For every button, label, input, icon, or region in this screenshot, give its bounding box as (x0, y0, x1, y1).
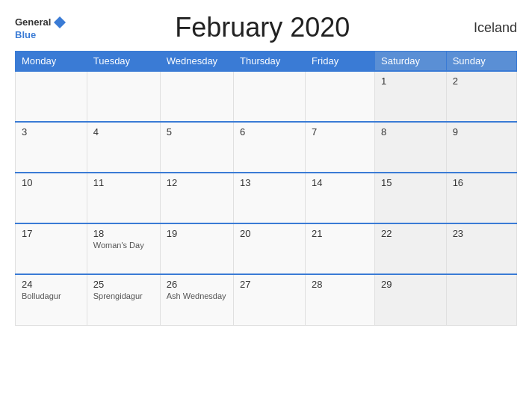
calendar-cell (87, 71, 160, 122)
calendar-cell (234, 71, 306, 122)
day-number: 18 (93, 228, 154, 239)
header-thursday: Thursday (234, 52, 306, 72)
day-number: 25 (93, 279, 154, 290)
day-number: 17 (22, 228, 81, 239)
calendar-cell: 27 (234, 274, 306, 325)
day-number: 24 (22, 279, 81, 290)
logo-general-text: General (15, 17, 51, 28)
day-number: 21 (312, 228, 368, 239)
logo-blue-text: Blue (15, 30, 36, 40)
calendar-cell: 10 (16, 173, 87, 223)
day-number: 7 (312, 126, 368, 137)
month-title: February 2020 (67, 12, 457, 43)
day-number: 28 (312, 279, 368, 290)
calendar-cell: 18Woman's Day (87, 223, 160, 274)
day-number: 6 (240, 126, 299, 137)
header-monday: Monday (16, 52, 87, 72)
day-number: 5 (167, 126, 227, 137)
calendar-cell: 21 (306, 223, 375, 274)
day-number: 29 (381, 279, 440, 290)
header-wednesday: Wednesday (160, 52, 233, 72)
day-number: 2 (453, 75, 510, 87)
header-friday: Friday (306, 52, 375, 72)
day-number: 10 (22, 177, 81, 188)
calendar-cell: 1 (375, 71, 447, 122)
calendar-cell (306, 71, 375, 122)
calendar-cell: 5 (160, 122, 233, 173)
calendar-cell (160, 71, 233, 122)
day-number: 23 (453, 228, 510, 239)
calendar-cell (446, 274, 516, 325)
header-saturday: Saturday (375, 52, 447, 72)
calendar-cell: 14 (306, 173, 375, 223)
day-number: 20 (240, 228, 299, 239)
calendar-cell: 28 (306, 274, 375, 325)
calendar-cell: 20 (234, 223, 306, 274)
logo: General Blue (15, 15, 67, 40)
event-name: Woman's Day (93, 241, 154, 250)
calendar-cell: 6 (234, 122, 306, 173)
calendar-week-row: 12 (16, 71, 517, 122)
calendar-cell: 7 (306, 122, 375, 173)
header-tuesday: Tuesday (87, 52, 160, 72)
calendar-cell: 22 (375, 223, 447, 274)
calendar-cell: 26Ash Wednesday (160, 274, 233, 325)
day-number: 16 (453, 177, 510, 188)
calendar-page: General Blue February 2020 Iceland Monda… (0, 0, 532, 411)
calendar-cell: 8 (375, 122, 447, 173)
day-number: 4 (93, 126, 154, 137)
calendar-cell: 24Bolludagur (16, 274, 87, 325)
day-number: 8 (381, 126, 440, 137)
calendar-cell: 4 (87, 122, 160, 173)
calendar-week-row: 24Bolludagur25Sprengidagur26Ash Wednesda… (16, 274, 517, 325)
calendar-cell: 15 (375, 173, 447, 223)
day-number: 27 (240, 279, 299, 290)
calendar-cell: 29 (375, 274, 447, 325)
day-number: 22 (381, 228, 440, 239)
calendar-cell: 3 (16, 122, 87, 173)
event-name: Ash Wednesday (167, 291, 227, 300)
calendar-cell: 19 (160, 223, 233, 274)
calendar-week-row: 1718Woman's Day1920212223 (16, 223, 517, 274)
day-number: 3 (22, 126, 81, 137)
calendar-cell: 2 (446, 71, 516, 122)
day-number: 13 (240, 177, 299, 188)
svg-marker-0 (54, 16, 66, 28)
calendar-week-row: 10111213141516 (16, 173, 517, 223)
calendar-cell (16, 71, 87, 122)
calendar-cell: 16 (446, 173, 516, 223)
calendar-cell: 11 (87, 173, 160, 223)
country-label: Iceland (457, 20, 517, 36)
weekday-header-row: Monday Tuesday Wednesday Thursday Friday… (16, 52, 517, 72)
day-number: 19 (167, 228, 227, 239)
calendar-week-row: 3456789 (16, 122, 517, 173)
day-number: 15 (381, 177, 440, 188)
day-number: 1 (381, 75, 440, 87)
event-name: Bolludagur (22, 291, 81, 300)
event-name: Sprengidagur (93, 291, 154, 300)
calendar-cell: 12 (160, 173, 233, 223)
day-number: 9 (453, 126, 510, 137)
calendar-header: General Blue February 2020 Iceland (15, 12, 517, 43)
calendar-cell: 17 (16, 223, 87, 274)
day-number: 26 (167, 279, 227, 290)
logo-flag-icon (52, 15, 67, 30)
calendar-cell: 25Sprengidagur (87, 274, 160, 325)
calendar-cell: 13 (234, 173, 306, 223)
calendar-table: Monday Tuesday Wednesday Thursday Friday… (15, 51, 517, 326)
calendar-cell: 23 (446, 223, 516, 274)
header-sunday: Sunday (446, 52, 516, 72)
day-number: 14 (312, 177, 368, 188)
calendar-cell: 9 (446, 122, 516, 173)
day-number: 11 (93, 177, 154, 188)
day-number: 12 (167, 177, 227, 188)
